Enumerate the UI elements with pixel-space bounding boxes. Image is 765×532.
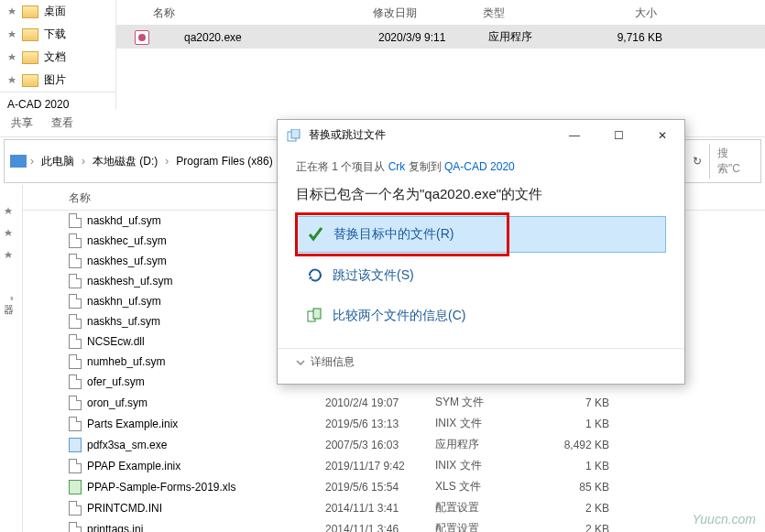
col-type[interactable]: 类型: [483, 5, 584, 21]
checkmark-icon: [308, 226, 324, 243]
replace-dialog: 替换或跳过文件 — ☐ ✕ 正在将 1 个项目从 Crk 复制到 QA-CAD …: [277, 119, 685, 385]
folder-icon: [22, 51, 38, 64]
file-name: PRINTCMD.INI: [87, 502, 325, 515]
sidebar-item-documents[interactable]: 文档: [0, 46, 115, 69]
file-size: 2 KB: [536, 523, 609, 533]
bc-pc[interactable]: 此电脑: [38, 152, 78, 171]
file-name: Parts Example.inix: [87, 418, 325, 430]
col-date[interactable]: 修改日期: [373, 5, 483, 21]
chevron-down-icon: [296, 358, 305, 367]
exe-file-icon: [135, 30, 149, 45]
file-name: PPAP Example.inix: [87, 460, 325, 472]
file-date: 2007/5/3 16:03: [325, 439, 435, 451]
svg-rect-3: [313, 309, 321, 319]
dialog-copying-text: 正在将 1 个项目从 Crk 复制到 QA-CAD 2020: [296, 159, 666, 175]
chevron-right-icon[interactable]: ›: [27, 155, 38, 168]
sidebar-label: 文档: [44, 49, 66, 65]
sidebar-label: 桌面: [44, 4, 66, 19]
file-type: 应用程序: [435, 437, 536, 452]
dialog-title: 替换或跳过文件: [309, 127, 562, 143]
file-icon: [69, 294, 82, 309]
minimize-button[interactable]: —: [562, 129, 587, 142]
file-icon: [69, 314, 82, 329]
file-size: 8,492 KB: [536, 439, 609, 451]
file-icon: [69, 354, 82, 369]
file-icon: [69, 396, 82, 410]
list-item[interactable]: PPAP-Sample-Forms-2019.xls2019/5/6 15:54…: [23, 476, 765, 497]
col-name[interactable]: 名称: [126, 5, 373, 21]
sidebar-item-downloads[interactable]: 下载: [0, 23, 115, 46]
file-type: INIX 文件: [435, 458, 536, 473]
folder-icon: [22, 28, 38, 41]
refresh-button[interactable]: ↻: [685, 155, 709, 168]
file-size: 2 KB: [536, 502, 609, 515]
strip-label: 器": [2, 297, 16, 300]
pc-icon: [10, 155, 27, 168]
src-link[interactable]: Crk: [388, 160, 406, 173]
file-date: 2014/11/1 3:46: [325, 523, 435, 533]
list-item[interactable]: oron_uf.sym2010/2/4 19:07SYM 文件7 KB: [23, 392, 765, 413]
option-label: 跳过该文件(S): [333, 267, 414, 284]
file-icon: [69, 274, 82, 288]
quick-access-sidebar: 桌面 下载 文档 图片 A-CAD 2020: [0, 0, 116, 110]
file-icon: [69, 459, 82, 473]
folder-icon: [22, 5, 38, 18]
svg-rect-1: [291, 129, 300, 138]
pin-icon: [7, 76, 16, 85]
sidebar-item-desktop[interactable]: 桌面: [0, 0, 115, 23]
option-skip[interactable]: 跳过该文件(S): [296, 258, 666, 293]
file-size: 7 KB: [536, 396, 609, 409]
list-item[interactable]: printtags.ini2014/11/1 3:46配置设置2 KB: [23, 518, 765, 532]
bc-drive[interactable]: 本地磁盘 (D:): [89, 152, 161, 171]
app-title: A-CAD 2020: [0, 92, 115, 116]
dst-link[interactable]: QA-CAD 2020: [444, 160, 515, 173]
chevron-right-icon[interactable]: ›: [78, 155, 89, 168]
file-type: INIX 文件: [435, 416, 536, 431]
file-size: 1 KB: [536, 460, 609, 472]
details-toggle[interactable]: 详细信息: [278, 348, 684, 375]
file-icon: [69, 501, 82, 516]
option-compare[interactable]: 比较两个文件的信息(C): [296, 299, 666, 333]
list-item[interactable]: PPAP Example.inix2019/11/17 9:42INIX 文件1…: [23, 455, 765, 476]
close-button[interactable]: ✕: [650, 129, 675, 142]
list-item[interactable]: Parts Example.inix2019/5/6 13:13INIX 文件1…: [23, 413, 765, 434]
pin-icon[interactable]: [4, 229, 18, 238]
search-input[interactable]: 搜索"C: [709, 144, 755, 179]
option-replace[interactable]: 替换目标中的文件(R): [296, 216, 666, 253]
file-name: qa2020.exe: [157, 31, 378, 44]
watermark: Yuucn.com: [692, 512, 756, 527]
tab-share[interactable]: 共享: [11, 115, 33, 131]
pin-icon[interactable]: [4, 251, 18, 260]
maximize-button[interactable]: ☐: [606, 129, 631, 142]
pin-icon: [7, 53, 16, 62]
file-date: 2014/11/1 3:41: [325, 502, 435, 515]
bc-folder[interactable]: Program Files (x86): [172, 153, 276, 169]
folder-icon: [22, 74, 38, 87]
left-strip: 器": [0, 185, 23, 532]
list-item[interactable]: PRINTCMD.INI2014/11/1 3:41配置设置2 KB: [23, 497, 765, 518]
file-size: 9,716 KB: [589, 31, 662, 44]
file-icon: [69, 334, 82, 349]
list-item[interactable]: pdfx3sa_sm.exe2007/5/3 16:03应用程序8,492 KB: [23, 434, 765, 455]
file-type: 配置设置: [435, 521, 536, 532]
file-icon: [69, 522, 82, 533]
pin-icon[interactable]: [4, 207, 18, 216]
file-icon: [69, 480, 82, 494]
file-name: PPAP-Sample-Forms-2019.xls: [87, 481, 325, 494]
chevron-right-icon[interactable]: ›: [161, 155, 172, 168]
file-size: 1 KB: [536, 418, 609, 430]
option-label: 替换目标中的文件(R): [333, 226, 454, 243]
file-date: 2019/5/6 15:54: [325, 481, 435, 494]
file-icon: [69, 375, 82, 389]
file-name: oron_uf.sym: [87, 396, 325, 409]
tab-view[interactable]: 查看: [51, 115, 73, 131]
file-icon: [69, 417, 82, 431]
col-size[interactable]: 大小: [584, 5, 657, 21]
file-type: SYM 文件: [435, 395, 536, 410]
file-icon: [69, 213, 82, 228]
sidebar-item-pictures[interactable]: 图片: [0, 69, 115, 92]
file-name: pdfx3sa_sm.exe: [87, 439, 325, 451]
file-icon: [69, 254, 82, 268]
column-headers: 名称 修改日期 类型 大小: [116, 0, 765, 26]
file-row-selected[interactable]: qa2020.exe 2020/3/9 9:11 应用程序 9,716 KB: [116, 26, 765, 49]
